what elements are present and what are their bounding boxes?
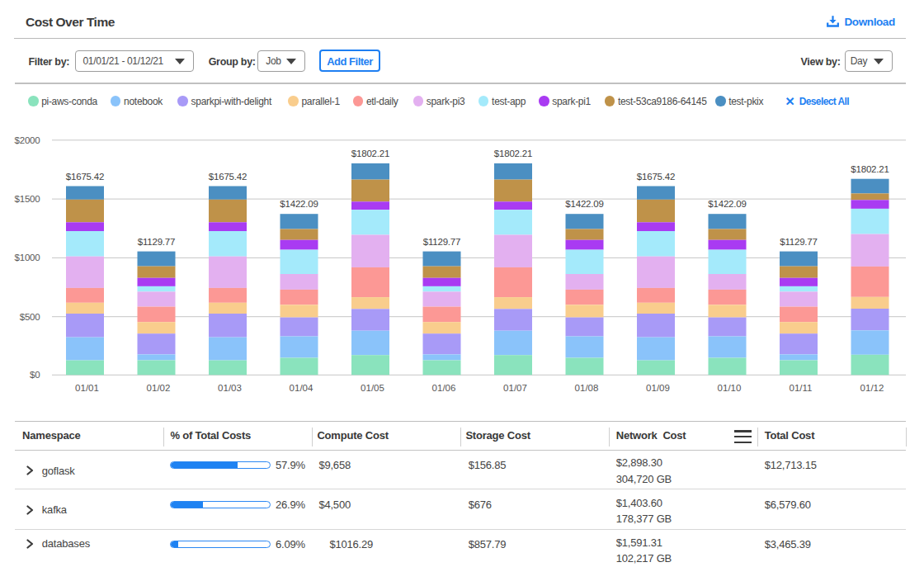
svg-text:$1422.09: $1422.09 <box>708 199 746 209</box>
svg-text:$1000: $1000 <box>15 253 40 262</box>
svg-text:01/05: 01/05 <box>361 383 384 393</box>
svg-text:$1675.42: $1675.42 <box>209 172 247 182</box>
svg-text:01/11: 01/11 <box>790 383 813 393</box>
svg-text:$2000: $2000 <box>15 135 40 145</box>
svg-text:$1422.09: $1422.09 <box>280 199 318 209</box>
svg-text:$1802.21: $1802.21 <box>851 164 889 174</box>
svg-text:$1129.77: $1129.77 <box>423 237 461 247</box>
svg-text:01/07: 01/07 <box>503 383 527 393</box>
svg-text:01/12: 01/12 <box>860 383 884 393</box>
svg-text:$1802.21: $1802.21 <box>494 149 532 158</box>
svg-text:01/01: 01/01 <box>75 383 99 393</box>
svg-text:01/04: 01/04 <box>290 383 314 393</box>
svg-text:01/02: 01/02 <box>147 383 171 393</box>
svg-text:01/10: 01/10 <box>718 383 742 393</box>
svg-text:$0: $0 <box>30 370 40 380</box>
svg-text:$1500: $1500 <box>15 194 40 204</box>
svg-text:01/06: 01/06 <box>432 383 456 393</box>
svg-text:$1129.77: $1129.77 <box>138 237 176 247</box>
svg-text:$1675.42: $1675.42 <box>637 172 675 182</box>
svg-text:$1675.42: $1675.42 <box>66 172 104 182</box>
svg-text:01/09: 01/09 <box>646 383 670 393</box>
svg-text:$500: $500 <box>20 312 40 322</box>
svg-text:$1129.77: $1129.77 <box>780 237 818 247</box>
svg-text:$1422.09: $1422.09 <box>565 199 603 209</box>
svg-text:01/03: 01/03 <box>218 383 242 393</box>
svg-text:01/08: 01/08 <box>575 383 599 393</box>
svg-text:$1802.21: $1802.21 <box>351 149 389 158</box>
